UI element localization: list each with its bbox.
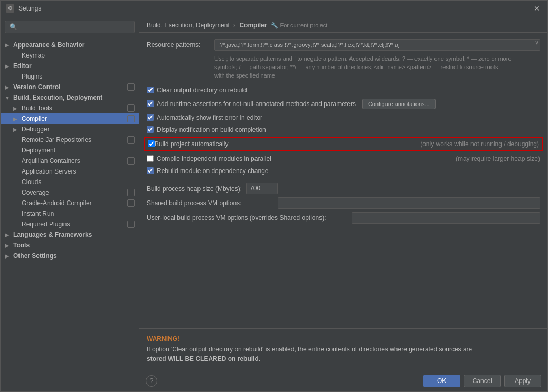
clear-output-checkbox[interactable] [147,87,154,93]
content-area: 🔍 ▶ Appearance & Behavior Keymap ▶ Edito… [1,16,547,391]
hint-text: Use ; to separate patterns and ! to nega… [214,55,540,80]
sidebar-item-arquillian[interactable]: Arquillian Containers [1,156,139,166]
user-vm-row: User-local build process VM options (ove… [147,212,540,224]
rebuild-dependency-checkbox[interactable] [147,167,154,174]
sidebar-item-version-control[interactable]: ▶ Version Control [1,82,139,92]
display-notification-row: Display notification on build completion [147,125,540,135]
bottom-buttons: OK Cancel Apply [423,375,541,387]
configure-annotations-button[interactable]: Configure annotations... [362,99,436,109]
bottom-bar: ? OK Cancel Apply [139,370,547,391]
sidebar-item-deployment[interactable]: Deployment [1,145,139,156]
compile-parallel-row: Compile independent modules in parallel … [147,154,540,164]
apply-button[interactable]: Apply [504,375,541,387]
sidebar-item-required-plugins[interactable]: Required Plugins [1,219,139,230]
heap-input[interactable] [246,183,278,194]
sidebar-item-build-execution[interactable]: ▼ Build, Execution, Deployment [1,92,139,103]
warning-text: If option 'Clear output directory on reb… [147,345,540,364]
sidebar-item-label: Clouds [22,178,41,186]
build-auto-checkbox[interactable] [148,140,155,147]
search-box[interactable]: 🔍 [5,21,135,33]
user-vm-label: User-local build process VM options (ove… [147,214,347,222]
sidebar-item-keymap[interactable]: Keymap [1,50,139,61]
panel-content: Resource patterns: ⊻ Use ; to separate p… [139,33,547,328]
clear-output-row: Clear output directory on rebuild [147,85,540,95]
resource-patterns-row: Resource patterns: ⊻ [147,39,540,51]
expand-arrow-tools: ▶ [5,243,11,248]
sidebar-item-label: Build Tools [22,104,52,112]
cancel-button[interactable]: Cancel [464,375,501,387]
sidebar-item-label: Coverage [22,189,49,196]
build-auto-hint: (only works while not running / debuggin… [410,140,539,148]
resource-patterns-input[interactable] [214,39,540,51]
coverage-badge [127,189,135,196]
compile-parallel-label: Compile independent modules in parallel [157,155,271,162]
sidebar-item-plugins[interactable]: Plugins [1,71,139,82]
nav-tree: ▶ Appearance & Behavior Keymap ▶ Editor … [1,37,139,391]
warning-line2: stored WILL BE CLEARED on rebuild. [147,355,260,362]
gradle-android-badge [127,199,135,207]
sidebar-item-label: Instant Run [22,210,54,217]
heap-row: Build process heap size (Mbytes): [147,183,540,194]
sidebar-item-tools[interactable]: ▶ Tools [1,240,139,251]
close-button[interactable]: ✕ [532,3,542,14]
sidebar-item-label: Other Settings [13,252,57,260]
search-input[interactable] [20,23,130,31]
warning-line1: If option 'Clear output directory on reb… [147,346,472,353]
sidebar-item-app-servers[interactable]: Application Servers [1,166,139,177]
user-vm-input[interactable] [352,212,540,224]
rebuild-dependency-row: Rebuild module on dependency change [147,166,540,176]
auto-show-label: Automatically show first error in editor [157,114,262,121]
breadcrumb-active: Compiler [239,22,267,29]
sidebar-item-remote-jar[interactable]: Remote Jar Repositories [1,135,139,145]
sidebar-item-editor[interactable]: ▶ Editor [1,61,139,71]
auto-show-checkbox[interactable] [147,114,154,121]
add-runtime-checkbox[interactable] [147,100,154,107]
remote-jar-badge [127,136,135,144]
ok-button[interactable]: OK [423,375,460,387]
warning-box: WARNING! If option 'Clear output directo… [139,328,547,370]
help-button[interactable]: ? [146,375,157,387]
sidebar-item-label: Debugger [22,126,50,133]
expand-arrow-editor: ▶ [5,63,11,69]
sidebar-item-gradle-android[interactable]: Gradle-Android Compiler [1,198,139,208]
sidebar-item-clouds[interactable]: Clouds [1,177,139,187]
shared-vm-input[interactable] [278,197,540,209]
sidebar-item-languages[interactable]: ▶ Languages & Frameworks [1,230,139,240]
section-divider [147,178,540,183]
display-notification-label: Display notification on build completion [157,126,266,133]
compile-parallel-checkbox[interactable] [147,155,154,162]
sidebar-item-label: Languages & Frameworks [13,231,92,238]
sidebar-item-label: Compiler [22,115,47,122]
compile-parallel-hint: (may require larger heap size) [445,155,540,162]
sidebar-item-instant-run[interactable]: Instant Run [1,208,139,219]
add-runtime-label: Add runtime assertions for not-null-anno… [157,100,356,108]
project-label: 🔧 For current project [271,22,327,29]
sidebar-item-debugger[interactable]: ▶ Debugger [1,124,139,135]
settings-window: ⚙ Settings ✕ 🔍 ▶ Appearance & Behavior K… [0,0,548,392]
sidebar-item-label: Arquillian Containers [22,157,80,165]
sidebar-item-label: Editor [13,62,32,70]
sidebar-item-other-settings[interactable]: ▶ Other Settings [1,251,139,261]
expand-arrow-debugger: ▶ [13,127,20,132]
vc-badge [127,83,135,91]
sidebar-item-compiler[interactable]: ▶ Compiler [1,113,139,124]
sidebar-item-build-tools[interactable]: ▶ Build Tools [1,103,139,113]
sidebar: 🔍 ▶ Appearance & Behavior Keymap ▶ Edito… [1,16,139,391]
resource-patterns-expand-button[interactable]: ⊻ [535,40,539,47]
hint-line2: symbols; / — path separator; **/ — any n… [214,63,540,72]
sidebar-item-label: Remote Jar Repositories [22,136,91,144]
required-plugins-badge [127,221,135,228]
expand-arrow-vc: ▶ [5,84,11,90]
shared-vm-label: Shared build process VM options: [147,199,273,207]
compiler-badge [127,115,135,122]
sidebar-item-label: Application Servers [22,168,76,175]
rebuild-dependency-label: Rebuild module on dependency change [157,167,269,175]
display-notification-checkbox[interactable] [147,126,154,133]
sidebar-item-label: Tools [13,242,30,249]
sidebar-item-appearance[interactable]: ▶ Appearance & Behavior [1,40,139,50]
sidebar-item-label: Version Control [13,83,60,91]
sidebar-item-label: Appearance & Behavior [13,41,84,49]
sidebar-item-coverage[interactable]: Coverage [1,187,139,198]
warning-title: WARNING! [147,335,540,342]
expand-arrow-other-settings: ▶ [5,253,11,259]
